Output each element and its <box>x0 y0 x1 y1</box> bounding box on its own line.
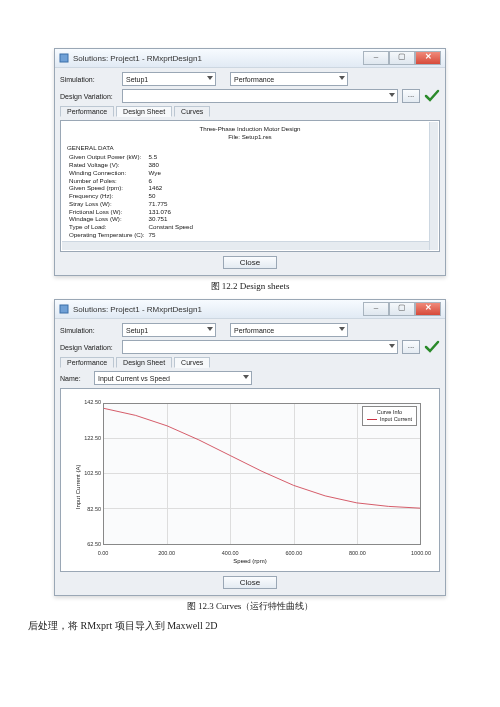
tab-design-sheet[interactable]: Design Sheet <box>116 357 172 368</box>
design-variation-browse-button[interactable]: ... <box>402 89 420 103</box>
titlebar[interactable]: Solutions: Project1 - RMxprtDesign1 – ▢ … <box>55 300 445 319</box>
vertical-scrollbar[interactable] <box>429 122 438 250</box>
ytick: 62.50 <box>71 542 101 549</box>
table-row: Frequency (Hz):50 <box>67 192 195 200</box>
window-curves: Solutions: Project1 - RMxprtDesign1 – ▢ … <box>54 299 446 596</box>
context-select[interactable]: Performance <box>230 72 348 86</box>
ytick: 142.50 <box>71 400 101 407</box>
tabs: Performance Design Sheet Curves <box>60 357 440 368</box>
context-select[interactable]: Performance <box>230 323 348 337</box>
close-window-button[interactable]: ✕ <box>415 51 441 65</box>
chart-legend: Curve Info Input Current <box>362 406 417 426</box>
legend-series-label: Input Current <box>380 416 412 423</box>
minimize-button[interactable]: – <box>363 51 389 65</box>
y-axis-label: Input Current (A) <box>75 465 83 510</box>
tab-performance[interactable]: Performance <box>60 106 114 117</box>
table-row: Operating Temperature (C):75 <box>67 231 195 239</box>
maximize-button[interactable]: ▢ <box>389 51 415 65</box>
figure-caption-2: 图 12.3 Curves（运行特性曲线） <box>28 600 472 613</box>
chart-panel: 62.50 82.50 102.50 122.50 142.50 0.00 20… <box>60 388 440 572</box>
tab-performance[interactable]: Performance <box>60 357 114 368</box>
app-icon <box>59 53 69 63</box>
apply-check-icon[interactable] <box>424 340 440 354</box>
xtick: 600.00 <box>285 550 302 557</box>
window-controls: – ▢ ✕ <box>363 302 441 316</box>
design-variation-select[interactable] <box>122 340 398 354</box>
design-variation-label: Design Variation: <box>60 344 118 351</box>
table-row: Given Output Power (kW):5.5 <box>67 153 195 161</box>
simulation-label: Simulation: <box>60 327 118 334</box>
app-icon <box>59 304 69 314</box>
design-variation-select[interactable] <box>122 89 398 103</box>
legend-swatch-icon <box>367 419 377 420</box>
figure-caption-1: 图 12.2 Design sheets <box>28 280 472 293</box>
xtick: 1000.00 <box>411 550 431 557</box>
simulation-select[interactable]: Setup1 <box>122 72 216 86</box>
close-window-button[interactable]: ✕ <box>415 302 441 316</box>
body-text: 后处理，将 RMxprt 项目导入到 Maxwell 2D <box>28 619 472 633</box>
sheet-header1: Three-Phase Induction Motor Design <box>67 125 433 133</box>
window-title: Solutions: Project1 - RMxprtDesign1 <box>73 54 363 63</box>
table-row: Type of Load:Constant Speed <box>67 223 195 231</box>
sheet-header2: File: Setup1.res <box>67 133 433 141</box>
svg-rect-0 <box>60 54 68 62</box>
window-design-sheet: Solutions: Project1 - RMxprtDesign1 – ▢ … <box>54 48 446 276</box>
window-title: Solutions: Project1 - RMxprtDesign1 <box>73 305 363 314</box>
minimize-button[interactable]: – <box>363 302 389 316</box>
design-variation-browse-button[interactable]: ... <box>402 340 420 354</box>
table-row: Rated Voltage (V):380 <box>67 161 195 169</box>
table-row: Given Speed (rpm):1462 <box>67 184 195 192</box>
table-row: Frictional Loss (W):131.076 <box>67 208 195 216</box>
sheet-section-general: GENERAL DATA <box>67 144 433 152</box>
simulation-label: Simulation: <box>60 76 118 83</box>
tab-design-sheet[interactable]: Design Sheet <box>116 106 172 117</box>
xtick: 0.00 <box>98 550 109 557</box>
xtick: 200.00 <box>158 550 175 557</box>
simulation-select[interactable]: Setup1 <box>122 323 216 337</box>
general-data-table: Given Output Power (kW):5.5 Rated Voltag… <box>67 153 195 238</box>
table-row: Winding Connection:Wye <box>67 169 195 177</box>
window-body: Simulation: Setup1 Performance Design Va… <box>55 319 445 595</box>
apply-check-icon[interactable] <box>424 89 440 103</box>
tab-curves[interactable]: Curves <box>174 106 210 117</box>
design-sheet-panel: Three-Phase Induction Motor Design File:… <box>60 120 440 252</box>
svg-rect-1 <box>60 305 68 313</box>
titlebar[interactable]: Solutions: Project1 - RMxprtDesign1 – ▢ … <box>55 49 445 68</box>
table-row: Windage Loss (W):30.751 <box>67 215 195 223</box>
tabs: Performance Design Sheet Curves <box>60 106 440 117</box>
ytick: 122.50 <box>71 435 101 442</box>
tab-curves[interactable]: Curves <box>174 357 210 368</box>
legend-title: Curve Info <box>367 409 412 416</box>
table-row: Number of Poles:6 <box>67 177 195 185</box>
xtick: 400.00 <box>222 550 239 557</box>
x-axis-label: Speed (rpm) <box>67 558 433 566</box>
design-variation-label: Design Variation: <box>60 93 118 100</box>
curve-name-select[interactable]: Input Current vs Speed <box>94 371 252 385</box>
close-button[interactable]: Close <box>223 256 277 269</box>
window-controls: – ▢ ✕ <box>363 51 441 65</box>
window-body: Simulation: Setup1 Performance Design Va… <box>55 68 445 275</box>
curve-name-label: Name: <box>60 375 90 382</box>
close-button[interactable]: Close <box>223 576 277 589</box>
table-row: Stray Loss (W):71.775 <box>67 200 195 208</box>
horizontal-scrollbar[interactable] <box>62 241 429 250</box>
xtick: 800.00 <box>349 550 366 557</box>
maximize-button[interactable]: ▢ <box>389 302 415 316</box>
